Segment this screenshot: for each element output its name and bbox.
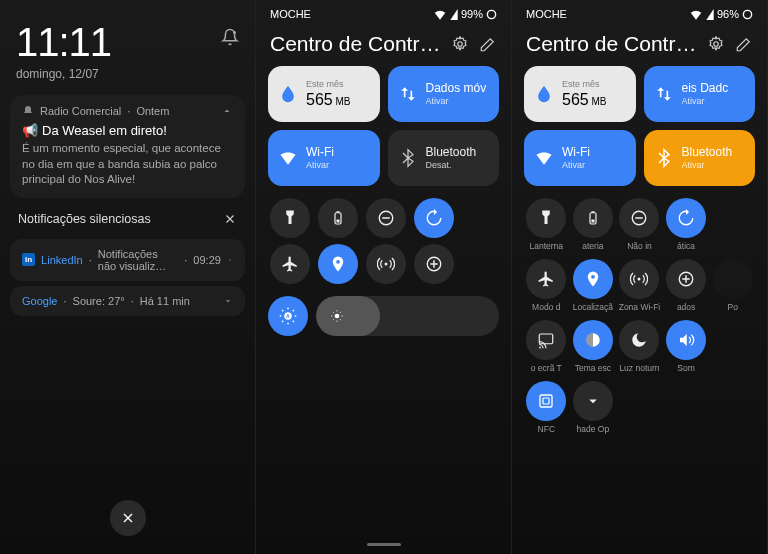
alarm-icon bbox=[221, 28, 239, 46]
toggle-location[interactable] bbox=[316, 244, 360, 284]
toggle-hotspot[interactable]: Zona Wi-Fi bbox=[617, 259, 661, 312]
svg-text:A: A bbox=[286, 313, 290, 319]
bluetooth-tile[interactable]: BluetoothDesat. bbox=[388, 130, 500, 186]
toggle-label: Po bbox=[727, 302, 737, 312]
close-icon[interactable] bbox=[223, 212, 237, 226]
clear-all-button[interactable] bbox=[110, 500, 146, 536]
toggle-label: Zona Wi-Fi bbox=[619, 302, 661, 312]
toggle-label: Tema esc bbox=[575, 363, 611, 373]
wifi-tile[interactable]: Wi-FiAtivar bbox=[268, 130, 380, 186]
svg-rect-5 bbox=[337, 220, 340, 223]
toggle-add[interactable]: ados bbox=[664, 259, 708, 312]
gear-icon[interactable] bbox=[707, 35, 725, 53]
notification-google[interactable]: Google · Soure: 27° · Há 11 min bbox=[10, 286, 245, 316]
toggle-label: Localizaçã bbox=[573, 302, 613, 312]
toggle-expand[interactable]: hade Op bbox=[571, 381, 615, 434]
chevron-down-icon[interactable] bbox=[227, 255, 233, 265]
toggle-battery[interactable] bbox=[316, 198, 360, 238]
edit-icon[interactable] bbox=[479, 35, 497, 53]
battery-ring-icon bbox=[486, 9, 497, 20]
toggle-rotate[interactable] bbox=[412, 198, 456, 238]
toggle-label: Lanterna bbox=[530, 241, 564, 251]
water-drop-icon bbox=[534, 84, 554, 104]
toggle-label: ática bbox=[677, 241, 695, 251]
battery-percent: 96% bbox=[717, 8, 739, 20]
toggle-dnd[interactable] bbox=[364, 198, 408, 238]
svg-rect-17 bbox=[591, 211, 594, 213]
svg-rect-18 bbox=[591, 220, 594, 223]
svg-point-14 bbox=[743, 10, 751, 18]
toggle-flashlight[interactable] bbox=[268, 198, 312, 238]
toggle-cast[interactable]: o ecrã T bbox=[524, 320, 568, 373]
toggle-label: Som bbox=[677, 363, 694, 373]
auto-brightness-toggle[interactable]: A bbox=[268, 296, 308, 336]
toggle-location[interactable]: Localizaçã bbox=[571, 259, 615, 312]
chevron-down-icon[interactable] bbox=[223, 296, 233, 306]
toggle-flashlight[interactable]: Lanterna bbox=[524, 198, 568, 251]
edit-icon[interactable] bbox=[735, 35, 753, 53]
tile-grid: Este mês 565 MB Dados móvAtivar Wi-FiAti… bbox=[256, 66, 511, 186]
wifi-icon bbox=[278, 148, 298, 168]
toggle-rotate[interactable]: ática bbox=[664, 198, 708, 251]
statusbar: MOCHE 99% bbox=[256, 0, 511, 28]
toggle-label: o ecrã T bbox=[531, 363, 562, 373]
auto-brightness-icon: A bbox=[279, 307, 297, 325]
carrier: MOCHE bbox=[526, 8, 567, 20]
toggle-night[interactable]: Luz noturn bbox=[617, 320, 661, 373]
toggle-label: ateria bbox=[582, 241, 603, 251]
toggle-nfc[interactable]: NFC bbox=[524, 381, 568, 434]
bluetooth-tile[interactable]: BluetoothAtivar bbox=[644, 130, 756, 186]
data-usage-tile[interactable]: Este mês 565 MB bbox=[524, 66, 636, 122]
toggle-blank2[interactable]: Po bbox=[711, 259, 755, 312]
toggle-label: Modo d bbox=[532, 302, 560, 312]
toggle-label: hade Op bbox=[577, 424, 610, 434]
toggle-theme[interactable]: Tema esc bbox=[571, 320, 615, 373]
toggle-battery[interactable]: ateria bbox=[571, 198, 615, 251]
chevron-up-icon[interactable] bbox=[221, 105, 233, 117]
bluetooth-icon bbox=[654, 148, 674, 168]
toggle-airplane[interactable] bbox=[268, 244, 312, 284]
linkedin-icon: in bbox=[22, 253, 35, 266]
toggle-dnd[interactable]: Não in bbox=[617, 198, 661, 251]
brightness-slider[interactable] bbox=[316, 296, 499, 336]
mobile-data-tile[interactable]: Dados móvAtivar bbox=[388, 66, 500, 122]
wifi-tile[interactable]: Wi-FiAtivar bbox=[524, 130, 636, 186]
toggle-hotspot[interactable] bbox=[364, 244, 408, 284]
toggle-airplane[interactable]: Modo d bbox=[524, 259, 568, 312]
svg-point-13 bbox=[335, 314, 340, 319]
notif-when: Há 11 min bbox=[140, 295, 190, 307]
wifi-icon bbox=[433, 9, 447, 20]
toggle-label: ados bbox=[677, 302, 695, 312]
toggle-add[interactable] bbox=[412, 244, 456, 284]
svg-point-8 bbox=[336, 260, 340, 264]
round-grid: LanternaateriaNão ináticaModo dLocalizaç… bbox=[512, 186, 767, 434]
notif-app: Radio Comercial bbox=[40, 105, 121, 117]
drag-handle[interactable] bbox=[367, 543, 401, 546]
bell-icon bbox=[22, 105, 34, 117]
gear-icon[interactable] bbox=[451, 35, 469, 53]
svg-point-9 bbox=[385, 263, 388, 266]
notif-title: 📢Da Weasel em direto! bbox=[22, 123, 233, 138]
notification-card[interactable]: Radio Comercial · Ontem 📢Da Weasel em di… bbox=[10, 95, 245, 198]
toggle-sound[interactable]: Som bbox=[664, 320, 708, 373]
bluetooth-icon bbox=[398, 148, 418, 168]
cc-header: Centro de Contr… bbox=[256, 28, 511, 66]
tile-grid: Este mês 565 MB eis DadcAtivar Wi-FiAtiv… bbox=[512, 66, 767, 186]
notif-body: É um momento especial, que acontece no d… bbox=[22, 141, 233, 188]
cc-title: Centro de Contr… bbox=[270, 32, 441, 56]
battery-ring-icon bbox=[742, 9, 753, 20]
svg-point-2 bbox=[458, 42, 463, 47]
svg-point-22 bbox=[638, 278, 641, 281]
data-usage-tile[interactable]: Este mês 565 MB bbox=[268, 66, 380, 122]
svg-rect-28 bbox=[543, 398, 549, 404]
clock-row: 11:11 domingo, 12/07 bbox=[0, 0, 255, 89]
signal-icon bbox=[450, 9, 458, 20]
notif-app: Google bbox=[22, 295, 57, 307]
silent-notifications-header: Notificações silenciosas bbox=[0, 204, 255, 234]
toggle-label: Luz noturn bbox=[619, 363, 659, 373]
notification-linkedin[interactable]: in LinkedIn · Notificações não visualiz…… bbox=[10, 239, 245, 281]
control-center-expanded: MOCHE 96% Centro de Contr… Este mês 565 … bbox=[512, 0, 768, 554]
signal-icon bbox=[706, 9, 714, 20]
svg-rect-27 bbox=[540, 395, 552, 407]
mobile-data-tile[interactable]: eis DadcAtivar bbox=[644, 66, 756, 122]
